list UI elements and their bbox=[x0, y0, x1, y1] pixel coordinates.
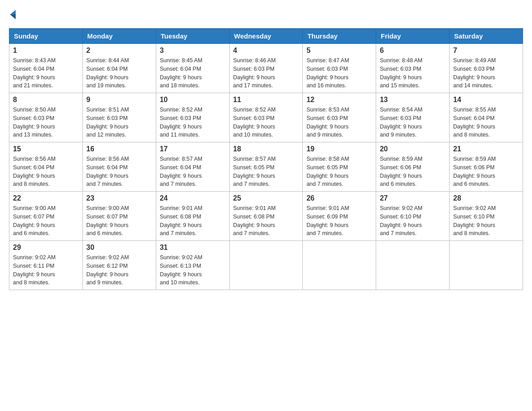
day-info: Sunrise: 8:57 AMSunset: 6:05 PMDaylight:… bbox=[233, 156, 276, 187]
calendar-day-2: 2 Sunrise: 8:44 AMSunset: 6:04 PMDayligh… bbox=[82, 44, 156, 93]
day-info: Sunrise: 8:59 AMSunset: 6:06 PMDaylight:… bbox=[453, 156, 496, 187]
day-number: 18 bbox=[233, 145, 299, 153]
empty-cell bbox=[376, 241, 450, 290]
day-number: 24 bbox=[160, 194, 226, 202]
calendar-week-2: 8 Sunrise: 8:50 AMSunset: 6:03 PMDayligh… bbox=[9, 93, 523, 142]
day-number: 1 bbox=[13, 47, 79, 55]
day-info: Sunrise: 9:02 AMSunset: 6:10 PMDaylight:… bbox=[380, 205, 422, 236]
day-number: 4 bbox=[233, 47, 299, 55]
calendar-day-30: 30 Sunrise: 9:02 AMSunset: 6:12 PMDaylig… bbox=[82, 241, 156, 290]
calendar-day-10: 10 Sunrise: 8:52 AMSunset: 6:03 PMDaylig… bbox=[156, 93, 229, 142]
empty-cell bbox=[450, 241, 523, 290]
day-number: 7 bbox=[453, 47, 519, 55]
day-number: 2 bbox=[86, 47, 152, 55]
day-info: Sunrise: 9:00 AMSunset: 6:07 PMDaylight:… bbox=[13, 205, 56, 236]
calendar-body: 1 Sunrise: 8:43 AMSunset: 6:04 PMDayligh… bbox=[9, 44, 523, 290]
calendar-day-14: 14 Sunrise: 8:55 AMSunset: 6:04 PMDaylig… bbox=[450, 93, 523, 142]
calendar-day-18: 18 Sunrise: 8:57 AMSunset: 6:05 PMDaylig… bbox=[229, 142, 303, 192]
day-number: 22 bbox=[13, 194, 79, 202]
day-number: 21 bbox=[453, 145, 519, 153]
calendar-table: SundayMondayTuesdayWednesdayThursdayFrid… bbox=[9, 28, 523, 290]
calendar-week-1: 1 Sunrise: 8:43 AMSunset: 6:04 PMDayligh… bbox=[9, 44, 523, 93]
page-header bbox=[9, 9, 523, 19]
day-info: Sunrise: 8:59 AMSunset: 6:06 PMDaylight:… bbox=[380, 156, 422, 187]
day-info: Sunrise: 9:02 AMSunset: 6:10 PMDaylight:… bbox=[453, 205, 496, 236]
calendar-day-3: 3 Sunrise: 8:45 AMSunset: 6:04 PMDayligh… bbox=[156, 44, 229, 93]
day-number: 29 bbox=[13, 244, 79, 252]
day-number: 30 bbox=[86, 244, 152, 252]
calendar-day-27: 27 Sunrise: 9:02 AMSunset: 6:10 PMDaylig… bbox=[376, 192, 450, 241]
day-number: 10 bbox=[160, 96, 226, 104]
calendar-day-4: 4 Sunrise: 8:46 AMSunset: 6:03 PMDayligh… bbox=[229, 44, 303, 93]
calendar-day-21: 21 Sunrise: 8:59 AMSunset: 6:06 PMDaylig… bbox=[450, 142, 523, 192]
day-info: Sunrise: 8:47 AMSunset: 6:03 PMDaylight:… bbox=[306, 57, 349, 89]
day-number: 26 bbox=[306, 194, 372, 202]
day-info: Sunrise: 9:01 AMSunset: 6:08 PMDaylight:… bbox=[160, 205, 202, 236]
column-header-wednesday: Wednesday bbox=[229, 29, 303, 44]
day-info: Sunrise: 8:55 AMSunset: 6:04 PMDaylight:… bbox=[453, 107, 496, 138]
calendar-day-16: 16 Sunrise: 8:56 AMSunset: 6:04 PMDaylig… bbox=[82, 142, 156, 192]
calendar-day-13: 13 Sunrise: 8:54 AMSunset: 6:03 PMDaylig… bbox=[376, 93, 450, 142]
calendar-day-23: 23 Sunrise: 9:00 AMSunset: 6:07 PMDaylig… bbox=[82, 192, 156, 241]
day-number: 6 bbox=[380, 47, 446, 55]
day-number: 23 bbox=[86, 194, 152, 202]
calendar-day-19: 19 Sunrise: 8:58 AMSunset: 6:05 PMDaylig… bbox=[303, 142, 376, 192]
day-number: 14 bbox=[453, 96, 519, 104]
calendar-day-24: 24 Sunrise: 9:01 AMSunset: 6:08 PMDaylig… bbox=[156, 192, 229, 241]
calendar-day-20: 20 Sunrise: 8:59 AMSunset: 6:06 PMDaylig… bbox=[376, 142, 450, 192]
day-info: Sunrise: 8:50 AMSunset: 6:03 PMDaylight:… bbox=[13, 107, 56, 138]
day-info: Sunrise: 8:57 AMSunset: 6:04 PMDaylight:… bbox=[160, 156, 202, 187]
day-info: Sunrise: 8:56 AMSunset: 6:04 PMDaylight:… bbox=[13, 156, 56, 187]
day-info: Sunrise: 8:52 AMSunset: 6:03 PMDaylight:… bbox=[160, 107, 202, 138]
day-number: 31 bbox=[160, 244, 226, 252]
logo[interactable] bbox=[9, 9, 16, 19]
day-info: Sunrise: 8:49 AMSunset: 6:03 PMDaylight:… bbox=[453, 57, 496, 89]
calendar-day-22: 22 Sunrise: 9:00 AMSunset: 6:07 PMDaylig… bbox=[9, 192, 83, 241]
day-info: Sunrise: 8:56 AMSunset: 6:04 PMDaylight:… bbox=[86, 156, 129, 187]
day-info: Sunrise: 8:58 AMSunset: 6:05 PMDaylight:… bbox=[306, 156, 349, 187]
calendar-day-6: 6 Sunrise: 8:48 AMSunset: 6:03 PMDayligh… bbox=[376, 44, 450, 93]
day-info: Sunrise: 8:48 AMSunset: 6:03 PMDaylight:… bbox=[380, 57, 422, 89]
day-info: Sunrise: 8:51 AMSunset: 6:03 PMDaylight:… bbox=[86, 107, 129, 138]
day-info: Sunrise: 9:00 AMSunset: 6:07 PMDaylight:… bbox=[86, 205, 129, 236]
calendar-week-3: 15 Sunrise: 8:56 AMSunset: 6:04 PMDaylig… bbox=[9, 142, 523, 192]
day-number: 20 bbox=[380, 145, 446, 153]
day-info: Sunrise: 8:45 AMSunset: 6:04 PMDaylight:… bbox=[160, 57, 202, 89]
calendar-week-4: 22 Sunrise: 9:00 AMSunset: 6:07 PMDaylig… bbox=[9, 192, 523, 241]
calendar-day-5: 5 Sunrise: 8:47 AMSunset: 6:03 PMDayligh… bbox=[303, 44, 376, 93]
calendar-day-11: 11 Sunrise: 8:52 AMSunset: 6:03 PMDaylig… bbox=[229, 93, 303, 142]
empty-cell bbox=[303, 241, 376, 290]
day-number: 17 bbox=[160, 145, 226, 153]
calendar-day-7: 7 Sunrise: 8:49 AMSunset: 6:03 PMDayligh… bbox=[450, 44, 523, 93]
day-number: 27 bbox=[380, 194, 446, 202]
day-number: 11 bbox=[233, 96, 299, 104]
calendar-day-29: 29 Sunrise: 9:02 AMSunset: 6:11 PMDaylig… bbox=[9, 241, 83, 290]
day-info: Sunrise: 9:01 AMSunset: 6:09 PMDaylight:… bbox=[306, 205, 349, 236]
column-header-friday: Friday bbox=[376, 29, 450, 44]
column-header-tuesday: Tuesday bbox=[156, 29, 229, 44]
day-info: Sunrise: 9:02 AMSunset: 6:11 PMDaylight:… bbox=[13, 254, 56, 286]
day-info: Sunrise: 8:52 AMSunset: 6:03 PMDaylight:… bbox=[233, 107, 276, 138]
calendar-week-5: 29 Sunrise: 9:02 AMSunset: 6:11 PMDaylig… bbox=[9, 241, 523, 290]
calendar-day-8: 8 Sunrise: 8:50 AMSunset: 6:03 PMDayligh… bbox=[9, 93, 83, 142]
day-number: 3 bbox=[160, 47, 226, 55]
calendar-header: SundayMondayTuesdayWednesdayThursdayFrid… bbox=[9, 29, 523, 44]
calendar-day-9: 9 Sunrise: 8:51 AMSunset: 6:03 PMDayligh… bbox=[82, 93, 156, 142]
day-info: Sunrise: 8:53 AMSunset: 6:03 PMDaylight:… bbox=[306, 107, 349, 138]
empty-cell bbox=[229, 241, 303, 290]
day-info: Sunrise: 8:46 AMSunset: 6:03 PMDaylight:… bbox=[233, 57, 276, 89]
column-header-monday: Monday bbox=[82, 29, 156, 44]
day-number: 15 bbox=[13, 145, 79, 153]
day-info: Sunrise: 8:43 AMSunset: 6:04 PMDaylight:… bbox=[13, 57, 56, 89]
calendar-day-1: 1 Sunrise: 8:43 AMSunset: 6:04 PMDayligh… bbox=[9, 44, 83, 93]
day-number: 8 bbox=[13, 96, 79, 104]
day-info: Sunrise: 8:44 AMSunset: 6:04 PMDaylight:… bbox=[86, 57, 129, 89]
column-header-thursday: Thursday bbox=[303, 29, 376, 44]
day-info: Sunrise: 9:01 AMSunset: 6:08 PMDaylight:… bbox=[233, 205, 276, 236]
day-number: 13 bbox=[380, 96, 446, 104]
day-number: 12 bbox=[306, 96, 372, 104]
day-info: Sunrise: 9:02 AMSunset: 6:13 PMDaylight:… bbox=[160, 254, 202, 286]
day-info: Sunrise: 8:54 AMSunset: 6:03 PMDaylight:… bbox=[380, 107, 422, 138]
day-number: 28 bbox=[453, 194, 519, 202]
calendar-day-25: 25 Sunrise: 9:01 AMSunset: 6:08 PMDaylig… bbox=[229, 192, 303, 241]
